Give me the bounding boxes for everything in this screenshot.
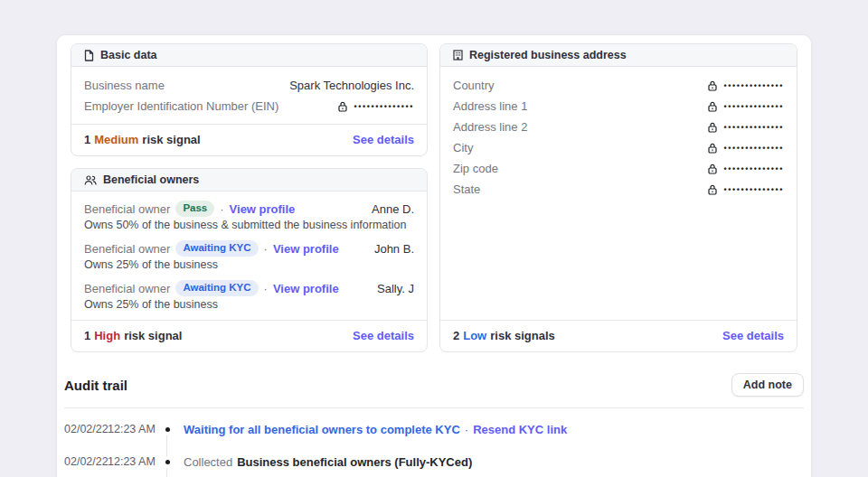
risk-suffix: risk signal	[142, 133, 200, 146]
lock-icon	[338, 101, 347, 112]
field-label: Employer Identification Number (EIN)	[84, 99, 278, 113]
registered-address-card: Registered business address Country ••••…	[439, 43, 797, 352]
owner-name: John B.	[374, 242, 414, 256]
timeline-marker	[158, 423, 176, 432]
left-column: Basic data Business name Spark Technolog…	[71, 43, 428, 352]
owner-description: Owns 50% of the business & submitted the…	[84, 219, 414, 231]
basic-data-card-header: Basic data	[71, 44, 427, 67]
risk-suffix: risk signals	[490, 329, 555, 342]
lock-icon	[708, 164, 717, 174]
registered-address-card-body: Country •••••••••••••• Address line 1 ••…	[440, 67, 797, 320]
separator-dot: ·	[465, 423, 468, 436]
audit-trail-title: Audit trail	[64, 378, 127, 393]
owner-label: Beneficial owner	[84, 202, 170, 216]
risk-level: High	[94, 329, 120, 342]
field-label: Address line 2	[453, 120, 527, 134]
kyc-status-badge: Awaiting KYC	[175, 280, 258, 296]
kyc-status-badge: Pass	[175, 201, 214, 217]
right-column: Registered business address Country ••••…	[439, 43, 797, 352]
field-label: Address line 1	[453, 99, 527, 113]
owner-description: Owns 25% of the business	[84, 298, 414, 311]
redacted-dots: ••••••••••••••	[723, 164, 784, 173]
redacted-value: ••••••••••••••	[708, 164, 784, 174]
redacted-value: ••••••••••••••	[708, 80, 784, 91]
audit-entry: 02/02/22 12:23 AM Collected Business ben…	[64, 455, 804, 469]
redacted-dots: ••••••••••••••	[723, 143, 784, 153]
beneficial-owners-card-header: Beneficial owners	[71, 169, 427, 192]
field-row-city: City ••••••••••••••	[453, 137, 784, 158]
owner-name: Anne D.	[372, 202, 414, 216]
owner-description: Owns 25% of the business	[84, 258, 414, 271]
risk-count: 2	[453, 329, 459, 342]
separator-dot: ·	[264, 242, 268, 256]
audit-entry-content: Waiting for all beneficial owners to com…	[184, 423, 567, 436]
audit-entry-prefix: Collected	[184, 455, 232, 469]
risk-level: Low	[463, 329, 486, 342]
lock-icon	[708, 143, 717, 154]
field-label: Zip code	[453, 162, 498, 175]
building-icon	[453, 50, 463, 61]
add-note-button[interactable]: Add note	[731, 373, 804, 397]
audit-entry-message: Business beneficial owners (Fully-KYCed)	[237, 455, 472, 469]
view-profile-link[interactable]: View profile	[273, 282, 339, 295]
risk-signal-summary: 1 Medium risk signal	[84, 133, 201, 146]
field-row-business-name: Business name Spark Technologies Inc.	[84, 75, 414, 96]
redacted-dots: ••••••••••••••	[354, 101, 414, 111]
audit-entry: 02/02/22 12:23 AM Waiting for all benefi…	[64, 423, 804, 436]
field-label: Business name	[84, 79, 165, 92]
risk-signal-summary: 2 Low risk signals	[453, 329, 555, 342]
timeline-bullet-icon	[165, 427, 170, 432]
lock-icon	[708, 80, 717, 91]
separator-dot: ·	[220, 202, 223, 216]
basic-data-risk-footer: 1 Medium risk signal See details	[71, 124, 427, 155]
view-profile-link[interactable]: View profile	[273, 242, 339, 256]
basic-data-card-body: Business name Spark Technologies Inc. Em…	[71, 67, 427, 124]
field-row-address-line-1: Address line 1 ••••••••••••••	[453, 96, 784, 117]
owner-label: Beneficial owner	[84, 282, 170, 295]
timeline-bullet-icon	[165, 460, 170, 464]
beneficial-owner-row: Beneficial owner Pass · View profile Ann…	[84, 200, 414, 231]
risk-count: 1	[84, 133, 90, 146]
field-label: State	[453, 182, 480, 196]
beneficial-owners-card-body: Beneficial owner Pass · View profile Ann…	[71, 192, 427, 320]
redacted-dots: ••••••••••••••	[723, 101, 784, 111]
kyc-status-badge: Awaiting KYC	[175, 240, 258, 257]
see-details-link[interactable]: See details	[353, 133, 414, 146]
lock-icon	[708, 184, 717, 195]
see-details-link[interactable]: See details	[353, 329, 414, 342]
audit-entry-time: 12:23 AM	[108, 423, 158, 435]
lock-icon	[708, 122, 717, 133]
redacted-value: ••••••••••••••	[708, 184, 784, 195]
beneficial-owners-card: Beneficial owners Beneficial owner Pass …	[71, 168, 428, 352]
risk-suffix: risk signal	[124, 329, 182, 342]
audit-entry-time: 12:23 AM	[108, 455, 158, 468]
owner-name: Sally. J	[377, 282, 414, 295]
redacted-value: ••••••••••••••	[708, 101, 784, 112]
audit-trail-section: Audit trail Add note 02/02/22 12:23 AM W…	[64, 352, 804, 469]
field-label: Country	[453, 79, 495, 92]
beneficial-owner-row: Beneficial owner Awaiting KYC · View pro…	[84, 279, 414, 311]
resend-kyc-link[interactable]: Resend KYC link	[473, 423, 567, 436]
registered-address-card-header: Registered business address	[440, 44, 797, 67]
account-overview-panel: Basic data Business name Spark Technolog…	[56, 34, 812, 477]
lock-icon	[708, 101, 717, 112]
card-title: Basic data	[100, 49, 157, 61]
beneficial-owners-risk-footer: 1 High risk signal See details	[71, 320, 427, 351]
audit-entry-date: 02/02/22	[64, 423, 108, 435]
owner-line: Beneficial owner Pass · View profile Ann…	[84, 200, 414, 218]
field-value: Spark Technologies Inc.	[289, 79, 414, 92]
owner-line: Beneficial owner Awaiting KYC · View pro…	[84, 239, 414, 257]
beneficial-owner-row: Beneficial owner Awaiting KYC · View pro…	[84, 239, 414, 271]
redacted-value: ••••••••••••••	[708, 122, 784, 133]
redacted-value: ••••••••••••••	[338, 101, 414, 112]
view-profile-link[interactable]: View profile	[230, 202, 296, 216]
audit-entry-date: 02/02/22	[64, 455, 108, 468]
basic-data-card: Basic data Business name Spark Technolog…	[71, 43, 428, 156]
audit-trail-header: Audit trail Add note	[64, 373, 804, 407]
cards-grid: Basic data Business name Spark Technolog…	[71, 43, 797, 352]
field-row-ein: Employer Identification Number (EIN) •••…	[84, 96, 414, 117]
see-details-link[interactable]: See details	[722, 329, 784, 342]
risk-count: 1	[84, 329, 90, 342]
field-row-address-line-2: Address line 2 ••••••••••••••	[453, 117, 784, 137]
card-title: Registered business address	[469, 49, 627, 61]
